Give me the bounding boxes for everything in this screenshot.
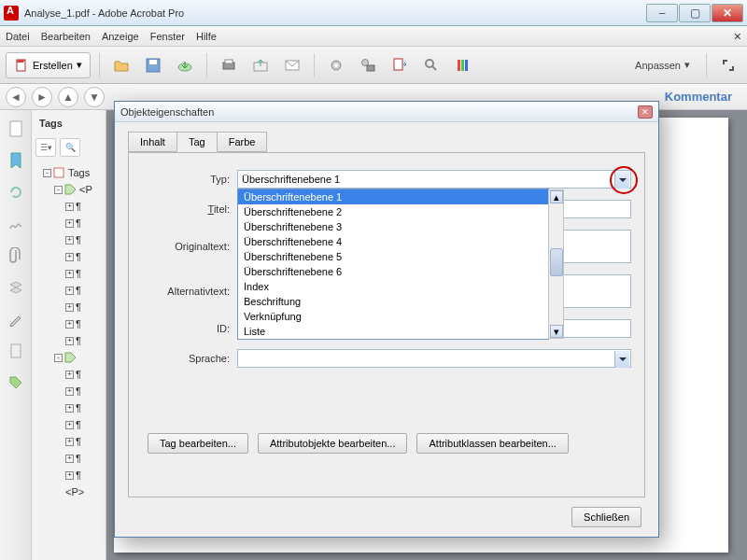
window-titlebar: Analyse_1.pdf - Adobe Acrobat Pro – ▢ ✕ bbox=[0, 0, 747, 26]
tag-icon[interactable] bbox=[7, 373, 25, 392]
type-option[interactable]: Überschriftenebene 5 bbox=[238, 249, 548, 264]
doc-close-icon[interactable]: × bbox=[734, 29, 741, 44]
window-title: Analyse_1.pdf - Adobe Acrobat Pro bbox=[24, 7, 184, 19]
svg-point-10 bbox=[361, 59, 368, 65]
id-label: ID: bbox=[142, 323, 230, 334]
tab-farbe[interactable]: Farbe bbox=[217, 132, 268, 152]
search-button[interactable] bbox=[418, 52, 444, 78]
page-up-button[interactable]: ▲ bbox=[58, 87, 78, 107]
share-button[interactable] bbox=[247, 52, 274, 78]
title-label: Titel: bbox=[142, 203, 230, 215]
svg-rect-15 bbox=[458, 60, 460, 71]
tab-content: Typ: Überschriftenebene 1 Überschriftene… bbox=[128, 152, 645, 497]
close-dialog-button[interactable]: Schließen bbox=[571, 507, 641, 527]
type-option[interactable]: Überschriftenebene 2 bbox=[238, 204, 548, 219]
tab-tag[interactable]: Tag bbox=[176, 132, 218, 152]
type-option[interactable]: Überschriftenebene 4 bbox=[238, 234, 548, 249]
menu-fenster[interactable]: Fenster bbox=[150, 31, 185, 42]
toolbar: Erstellen ▾ Anpassen▾ bbox=[0, 47, 747, 84]
tags-panel: Tags ☰▾ 🔍 -Tags -<P +¶ +¶ +¶ +¶ +¶ +¶ +¶… bbox=[32, 110, 106, 560]
type-option[interactable]: Index bbox=[238, 279, 548, 294]
create-button[interactable]: Erstellen ▾ bbox=[6, 52, 91, 78]
type-option[interactable]: Liste bbox=[238, 324, 548, 339]
menubar: Datei Bearbeiten Anzeige Fenster Hilfe × bbox=[0, 26, 747, 47]
svg-point-9 bbox=[334, 63, 338, 67]
svg-rect-12 bbox=[394, 59, 402, 70]
save-button[interactable] bbox=[140, 52, 166, 78]
create-icon bbox=[14, 58, 29, 73]
type-dropdown-list[interactable]: Überschriftenebene 1 Überschriftenebene … bbox=[237, 189, 549, 340]
signature-icon[interactable] bbox=[7, 215, 25, 233]
gear-print-button[interactable] bbox=[355, 52, 381, 78]
type-option[interactable]: Überschriftenebene 1 bbox=[238, 189, 548, 204]
customize-button[interactable]: Anpassen▾ bbox=[627, 59, 698, 71]
maximize-button[interactable]: ▢ bbox=[679, 4, 711, 22]
dropdown-icon: ▾ bbox=[684, 59, 690, 71]
dialog-close-button[interactable]: ✕ bbox=[638, 105, 653, 119]
palette-button[interactable] bbox=[450, 52, 476, 78]
refresh-icon[interactable] bbox=[7, 183, 25, 202]
bookmark-icon[interactable] bbox=[7, 151, 25, 170]
print-button[interactable] bbox=[216, 52, 242, 78]
dialog-title: Objekteigenschaften bbox=[120, 106, 214, 118]
type-option[interactable]: Überschriftenebene 3 bbox=[238, 219, 548, 234]
app-icon bbox=[4, 6, 19, 21]
originaltext-label: Originaltext: bbox=[142, 241, 230, 252]
type-label: Typ: bbox=[142, 174, 230, 185]
edit-attribute-classes-button[interactable]: Attributklassen bearbeiten... bbox=[416, 433, 568, 454]
tags-tree[interactable]: -Tags -<P +¶ +¶ +¶ +¶ +¶ +¶ +¶ +¶ +¶ - +… bbox=[35, 164, 102, 500]
tags-panel-title: Tags bbox=[39, 118, 102, 129]
edit-tag-button[interactable]: Tag bearbeiten... bbox=[148, 433, 248, 454]
type-option[interactable]: Verknüpfung bbox=[238, 309, 548, 324]
language-select[interactable] bbox=[237, 349, 631, 368]
kommentar-panel-button[interactable]: Kommentar bbox=[655, 90, 741, 104]
prev-page-button[interactable]: ◄ bbox=[6, 87, 26, 107]
tags-search-button[interactable]: 🔍 bbox=[60, 138, 80, 157]
svg-line-14 bbox=[432, 66, 436, 70]
dialog-tabs: Inhalt Tag Farbe bbox=[128, 132, 658, 152]
svg-rect-16 bbox=[461, 60, 464, 71]
alttext-label: Alternativtext: bbox=[142, 286, 230, 297]
type-option[interactable]: Beschriftung bbox=[238, 294, 548, 309]
language-label: Sprache: bbox=[142, 353, 230, 364]
scroll-up-icon[interactable]: ▴ bbox=[550, 190, 563, 203]
type-value: Überschriftenebene 1 bbox=[242, 174, 340, 185]
svg-rect-17 bbox=[465, 60, 468, 71]
page-thumbnails-icon[interactable] bbox=[7, 119, 25, 138]
mail-button[interactable] bbox=[279, 52, 305, 78]
clipboard-icon[interactable] bbox=[7, 342, 25, 360]
svg-rect-20 bbox=[54, 168, 63, 177]
tab-inhalt[interactable]: Inhalt bbox=[128, 132, 177, 152]
svg-rect-11 bbox=[367, 65, 374, 71]
close-button[interactable]: ✕ bbox=[712, 4, 743, 22]
type-option[interactable]: Überschriftenebene 6 bbox=[238, 264, 548, 279]
open-button[interactable] bbox=[108, 52, 134, 78]
menu-datei[interactable]: Datei bbox=[6, 31, 30, 42]
type-select[interactable]: Überschriftenebene 1 bbox=[237, 170, 631, 189]
next-page-button[interactable]: ► bbox=[32, 87, 52, 107]
side-toolbar bbox=[0, 110, 32, 560]
menu-hilfe[interactable]: Hilfe bbox=[196, 31, 217, 42]
language-dropdown-button[interactable] bbox=[614, 351, 629, 368]
dialog-titlebar: Objekteigenschaften ✕ bbox=[115, 102, 658, 122]
type-dropdown-button[interactable] bbox=[614, 172, 629, 189]
scroll-down-icon[interactable]: ▾ bbox=[550, 325, 563, 338]
edit-attribute-objects-button[interactable]: Attributobjekte bearbeiten... bbox=[258, 433, 408, 454]
svg-rect-19 bbox=[11, 344, 21, 357]
cloud-button[interactable] bbox=[172, 52, 198, 78]
tags-options-button[interactable]: ☰▾ bbox=[35, 138, 56, 157]
dropdown-scrollbar[interactable]: ▴ ▾ bbox=[548, 189, 564, 339]
export-button[interactable] bbox=[387, 52, 413, 78]
menu-anzeige[interactable]: Anzeige bbox=[102, 31, 139, 42]
svg-rect-2 bbox=[149, 60, 157, 64]
layers-icon[interactable] bbox=[7, 278, 25, 297]
menu-bearbeiten[interactable]: Bearbeiten bbox=[41, 31, 91, 42]
gear-button[interactable] bbox=[323, 52, 349, 78]
edit-icon[interactable] bbox=[7, 310, 25, 329]
svg-rect-5 bbox=[225, 60, 233, 63]
fullscreen-button[interactable] bbox=[715, 52, 741, 78]
scroll-thumb[interactable] bbox=[550, 248, 563, 276]
minimize-button[interactable]: – bbox=[646, 4, 678, 22]
page-down-button[interactable]: ▼ bbox=[84, 87, 105, 107]
attachment-icon[interactable] bbox=[7, 246, 25, 265]
